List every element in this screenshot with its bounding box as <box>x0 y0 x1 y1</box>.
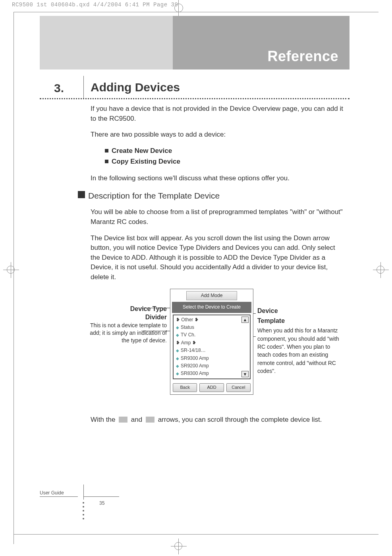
list-item-label: SR8300 Amp <box>181 371 209 376</box>
arrow-placeholder-icon <box>119 417 127 423</box>
list-item[interactable]: ❥ Other ❥ <box>176 316 240 324</box>
list-item-label: SR9200 Amp <box>181 363 209 369</box>
paragraph: In the following sections we'll discuss … <box>91 174 345 183</box>
square-marker-icon <box>78 191 85 198</box>
text-run: and <box>129 416 144 423</box>
print-job-header: RC9500 1st 040604b.qxd 4/4/2004 6:41 PM … <box>12 2 178 8</box>
bullet-label: Create New Device <box>112 147 172 154</box>
list-item[interactable]: ◆SR8300 Amp <box>176 370 240 377</box>
screenshot-subtitle: Select the Device to Create <box>172 302 251 313</box>
body-text: If you have a device that is not provide… <box>91 104 345 431</box>
footer-rule-vertical <box>83 485 84 500</box>
device-screenshot-diagram: Device Type Divider This is not a device… <box>91 289 345 408</box>
list-item[interactable]: ❥ Amp ❥ <box>176 339 240 347</box>
square-bullet-icon <box>105 160 108 163</box>
dotted-rule <box>40 98 350 99</box>
page-frame-bottom <box>14 534 378 535</box>
list-item[interactable]: ◆SR9300 Amp <box>176 355 240 362</box>
bullet-item: Copy Existing Device <box>105 157 345 167</box>
scroll-up-button[interactable]: ▲ <box>241 317 249 323</box>
callout-title: Template <box>257 317 341 325</box>
square-bullet-icon <box>105 149 108 153</box>
paragraph: There are two possible ways to add a dev… <box>91 130 345 140</box>
callout-title: Divider <box>83 313 167 322</box>
callout-body: When you add this for a Marantz componen… <box>257 326 341 375</box>
list-item-label: SR-14/18… <box>181 348 206 353</box>
subheading-row: Description for the Template Device <box>83 190 345 202</box>
footer-rule <box>83 496 119 497</box>
footer-dots-icon <box>83 500 84 519</box>
list-item[interactable]: ◆TV Ch. <box>176 331 240 339</box>
list-item[interactable]: ◆SR-14/18… <box>176 347 240 354</box>
callout-title: Device Type <box>83 305 167 313</box>
reference-banner-dark: Reference <box>173 16 350 70</box>
bullet-list: Create New Device Copy Existing Device <box>105 146 345 166</box>
list-item-label: TV Ch. <box>181 332 195 338</box>
callout-device-type-divider: Device Type Divider This is not a device… <box>83 305 167 344</box>
section-divider-vertical <box>83 76 84 99</box>
footer-rule <box>40 496 78 497</box>
screenshot-titlebar: Add Mode <box>186 291 237 300</box>
paragraph: With the and arrows, you can scroll thro… <box>91 415 345 425</box>
add-mode-screenshot: Add Mode Select the Device to Create ▲ ❥… <box>170 289 253 395</box>
list-item-label: Status <box>181 324 194 330</box>
text-run: arrows, you can scroll through the compl… <box>156 416 322 423</box>
page-footer: User Guide 35 <box>40 485 350 512</box>
list-item[interactable]: ◆SR9200 Amp <box>176 362 240 370</box>
text-run: With the <box>91 416 117 423</box>
page-number: 35 <box>99 500 104 506</box>
list-item[interactable]: ◆Status <box>176 324 240 331</box>
screenshot-button-row: Back ADD Cancel <box>170 382 253 394</box>
bullet-item: Create New Device <box>105 146 345 156</box>
callout-body: This is not a device template to add; it… <box>83 322 167 344</box>
paragraph: If you have a device that is not provide… <box>91 104 345 124</box>
footer-user-guide-label: User Guide <box>40 490 64 496</box>
banner-title: Reference <box>267 48 338 65</box>
list-item-label: SR9300 Amp <box>181 355 209 361</box>
scroll-down-button[interactable]: ▼ <box>241 371 249 377</box>
arrow-placeholder-icon <box>146 417 154 423</box>
device-listbox: ▲ ❥ Other ❥ ◆Status ◆TV Ch. ❥ Amp ❥ ◆SR-… <box>173 315 251 379</box>
callout-title: Device <box>257 307 341 315</box>
paragraph: The Device list box will appear. As you … <box>91 234 345 282</box>
back-button[interactable]: Back <box>173 383 197 392</box>
cancel-button[interactable]: Cancel <box>226 383 251 392</box>
add-button[interactable]: ADD <box>199 383 224 392</box>
section-number: 3. <box>54 81 64 95</box>
callout-device-template: Device Template When you add this for a … <box>257 307 341 375</box>
subheading: Description for the Template Device <box>88 190 345 202</box>
bullet-label: Copy Existing Device <box>112 158 180 165</box>
section-heading: Adding Devices <box>91 81 180 94</box>
reference-banner: Reference <box>40 16 350 70</box>
paragraph: You will be able to choose from a list o… <box>91 207 345 227</box>
